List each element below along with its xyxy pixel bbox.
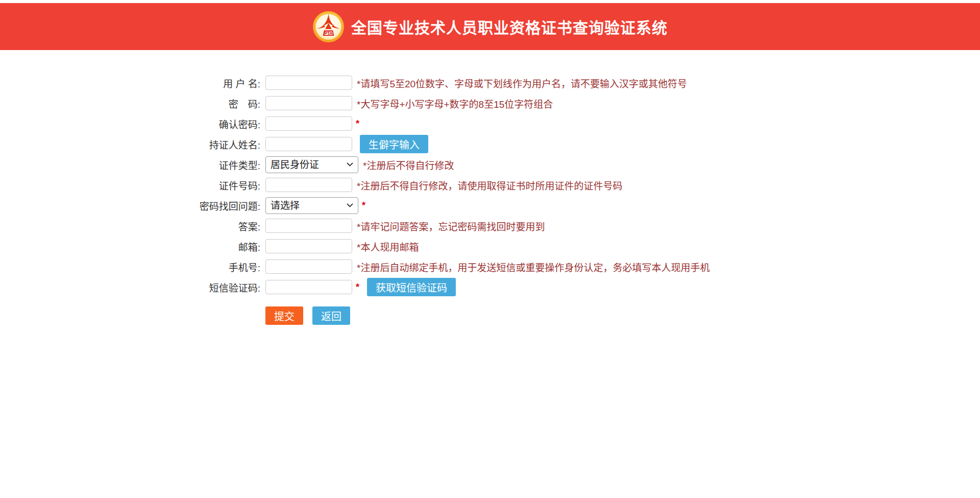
username-label: 用 户 名: (184, 76, 260, 90)
form-row-email: 邮箱: *本人现用邮箱 (184, 236, 796, 256)
pta-logo-icon: PTA (312, 11, 345, 43)
confirm-password-input[interactable] (265, 116, 352, 131)
sms-code-label: 短信验证码: (184, 280, 260, 294)
username-hint: *请填写5至20位数字、字母或下划线作为用户名，请不要输入汉字或其他符号 (357, 76, 687, 90)
confirm-password-required-mark: * (356, 118, 359, 129)
header-bar: PTA 全国专业技术人员职业资格证书查询验证系统 (0, 3, 980, 50)
get-sms-code-button[interactable]: 获取短信验证码 (367, 278, 456, 296)
form-row-id-type: 证件类型: 居民身份证 *注册后不得自行修改 (184, 154, 796, 175)
email-label: 邮箱: (184, 240, 260, 253)
answer-label: 答案: (184, 219, 260, 233)
registration-form: 用 户 名: *请填写5至20位数字、字母或下划线作为用户名，请不要输入汉字或其… (184, 50, 796, 325)
sms-code-input[interactable] (265, 280, 352, 294)
id-number-hint: *注册后不得自行修改，请使用取得证书时所用证件的证件号码 (357, 178, 622, 192)
password-hint: *大写字母+小写字母+数字的8至15位字符组合 (357, 97, 553, 110)
form-row-confirm-password: 确认密码: * (184, 113, 796, 134)
username-input[interactable] (265, 76, 352, 90)
holder-name-label: 持证人姓名: (184, 137, 260, 151)
confirm-password-label: 确认密码: (184, 117, 260, 131)
sms-code-required-mark: * (356, 282, 359, 293)
id-type-hint: *注册后不得自行修改 (363, 158, 454, 172)
form-row-security-question: 密码找回问题: 请选择 * (184, 195, 796, 216)
email-hint: *本人现用邮箱 (357, 240, 419, 253)
form-actions: 提交 返回 (184, 306, 796, 325)
email-input[interactable] (265, 239, 352, 253)
password-label: 密 码: (184, 97, 260, 110)
id-type-label: 证件类型: (184, 158, 260, 172)
id-type-select[interactable]: 居民身份证 (265, 156, 358, 173)
mobile-label: 手机号: (184, 260, 260, 274)
back-button[interactable]: 返回 (312, 306, 350, 325)
page-title: 全国专业技术人员职业资格证书查询验证系统 (351, 15, 668, 38)
id-number-label: 证件号码: (184, 178, 260, 192)
form-row-password: 密 码: *大写字母+小写字母+数字的8至15位字符组合 (184, 93, 796, 113)
mobile-hint: *注册后自动绑定手机，用于发送短信或重要操作身份认定，务必填写本人现用手机 (357, 260, 709, 274)
form-row-username: 用 户 名: *请填写5至20位数字、字母或下划线作为用户名，请不要输入汉字或其… (184, 73, 796, 93)
rare-character-input-button[interactable]: 生僻字输入 (360, 135, 428, 153)
answer-hint: *请牢记问题答案，忘记密码需找回时要用到 (357, 219, 545, 233)
form-row-sms-code: 短信验证码: * 获取短信验证码 (184, 277, 796, 297)
mobile-input[interactable] (265, 259, 352, 274)
form-row-id-number: 证件号码: *注册后不得自行修改，请使用取得证书时所用证件的证件号码 (184, 175, 796, 195)
security-question-label: 密码找回问题: (184, 199, 260, 212)
password-input[interactable] (265, 96, 352, 110)
form-row-answer: 答案: *请牢记问题答案，忘记密码需找回时要用到 (184, 216, 796, 236)
form-row-holder-name: 持证人姓名: 生僻字输入 (184, 134, 796, 154)
security-question-required-mark: * (362, 200, 365, 211)
id-number-input[interactable] (265, 178, 352, 192)
submit-button[interactable]: 提交 (265, 306, 303, 325)
holder-name-input[interactable] (265, 137, 352, 151)
security-question-select[interactable]: 请选择 (265, 197, 358, 214)
answer-input[interactable] (265, 219, 352, 233)
id-type-select-wrap: 居民身份证 (265, 156, 358, 173)
security-question-select-wrap: 请选择 (265, 197, 358, 214)
page: PTA 全国专业技术人员职业资格证书查询验证系统 用 户 名: *请填写5至20… (0, 0, 980, 498)
form-row-mobile: 手机号: *注册后自动绑定手机，用于发送短信或重要操作身份认定，务必填写本人现用… (184, 256, 796, 277)
logo-text: PTA (324, 30, 332, 35)
